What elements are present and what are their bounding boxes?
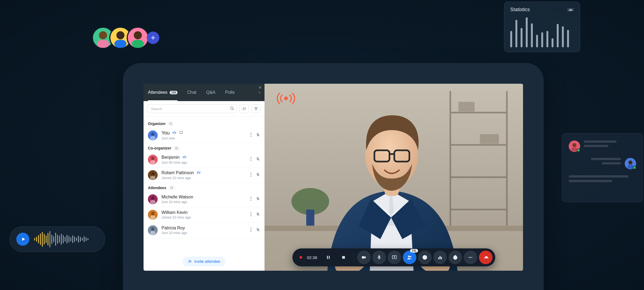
row-menu-button[interactable] (250, 172, 251, 178)
svg-rect-3 (114, 40, 126, 48)
pause-button[interactable] (322, 251, 335, 264)
svg-point-42 (250, 200, 251, 201)
poll-button[interactable] (433, 251, 447, 264)
row-menu-button[interactable] (250, 197, 251, 202)
attendee-avatar (148, 155, 158, 164)
reactions-button[interactable] (449, 251, 462, 264)
svg-rect-82 (329, 256, 329, 259)
svg-rect-9 (571, 10, 572, 11)
svg-point-26 (250, 157, 251, 158)
crown-icon (182, 155, 186, 160)
tab-label: Q&A (206, 90, 216, 95)
tab-count: 128 (170, 91, 178, 94)
svg-point-16 (151, 132, 155, 136)
svg-rect-13 (627, 165, 633, 169)
svg-rect-1 (97, 40, 109, 48)
svg-point-41 (250, 198, 251, 199)
section-header: Co-organizer02 (144, 143, 265, 152)
attendee-name: Patricia Roy (161, 226, 185, 230)
attendee-row[interactable]: BenjaminJust 05 mins ago (144, 152, 265, 167)
tab-polls[interactable]: Polls (225, 84, 235, 101)
svg-point-55 (250, 229, 251, 230)
video-stage: 02:38 241 (265, 84, 523, 271)
mic-off-icon[interactable] (256, 157, 260, 162)
svg-rect-39 (150, 200, 155, 204)
attendee-name: Michelle Watson (161, 195, 193, 199)
mic-off-icon[interactable] (256, 212, 260, 217)
attendee-name: Robert Pattinson (161, 170, 194, 175)
record-indicator-icon (299, 256, 302, 259)
attendee-row[interactable]: YouJust now (144, 127, 265, 143)
svg-point-28 (250, 160, 251, 161)
mic-off-icon[interactable] (256, 133, 260, 138)
attendee-name: You (161, 130, 170, 136)
svg-line-15 (233, 109, 234, 110)
svg-point-12 (629, 160, 633, 164)
svg-point-87 (408, 255, 410, 257)
row-menu-button[interactable] (250, 212, 251, 217)
svg-point-20 (250, 134, 251, 135)
tab-attendees[interactable]: Attendees 128 (148, 84, 178, 101)
svg-point-80 (284, 96, 288, 100)
svg-rect-32 (150, 176, 155, 180)
attendee-avatar (148, 130, 158, 140)
attendee-row[interactable]: Michelle WatsonJust 10 mins ago (144, 192, 265, 207)
close-icon[interactable]: ✕ (259, 85, 262, 90)
svg-point-27 (250, 158, 251, 159)
svg-point-2 (116, 31, 125, 39)
participants-button[interactable]: 241 (403, 251, 416, 264)
tab-label: Attendees (148, 90, 167, 95)
help-button[interactable] (418, 251, 432, 264)
attendee-avatar (148, 210, 158, 220)
svg-rect-8 (571, 9, 571, 11)
search-icon[interactable] (230, 106, 235, 112)
microphone-button[interactable] (372, 251, 386, 264)
attendee-row[interactable]: Robert PattinsonJoined 10 mins ago (144, 167, 265, 183)
svg-point-35 (250, 176, 251, 176)
recording-timer: 02:38 (307, 255, 317, 260)
svg-point-4 (134, 31, 142, 39)
sort-button[interactable] (239, 104, 249, 113)
svg-point-34 (250, 174, 251, 175)
search-input[interactable] (147, 104, 237, 113)
svg-point-88 (410, 256, 411, 257)
camera-button[interactable] (357, 251, 371, 264)
svg-rect-18 (180, 131, 183, 133)
attendee-row[interactable]: Patricia RoyJust 10 mins ago (144, 223, 265, 238)
svg-rect-11 (571, 147, 577, 151)
svg-rect-46 (150, 216, 155, 219)
tab-qa[interactable]: Q&A (206, 84, 216, 101)
svg-rect-17 (150, 136, 155, 140)
stop-button[interactable] (337, 251, 350, 264)
svg-point-48 (250, 214, 251, 214)
tab-chat[interactable]: Chat (187, 84, 197, 101)
play-button[interactable] (16, 233, 29, 246)
statistics-badge (567, 8, 574, 11)
participants-count: 241 (410, 249, 418, 252)
end-call-button[interactable] (479, 251, 493, 264)
svg-point-31 (151, 172, 155, 176)
invite-attendee-button[interactable]: Invite attendee (182, 257, 226, 266)
audio-player-card (10, 226, 105, 252)
svg-point-49 (250, 215, 251, 216)
chat-avatar (625, 158, 636, 169)
chevron-right-icon[interactable]: › (259, 90, 260, 95)
share-screen-button[interactable] (388, 251, 401, 264)
avatar-stack: + (92, 27, 159, 49)
row-menu-button[interactable] (250, 133, 251, 138)
mic-off-icon[interactable] (256, 172, 260, 178)
row-menu-button[interactable] (250, 157, 251, 162)
svg-rect-6 (569, 10, 570, 11)
svg-point-94 (453, 256, 457, 259)
more-button[interactable] (464, 251, 477, 264)
mic-off-icon[interactable] (256, 197, 260, 202)
statistics-title: Statistics (510, 7, 530, 13)
add-avatar-button[interactable]: + (147, 32, 159, 44)
svg-point-90 (425, 258, 425, 259)
tab-label: Chat (187, 90, 197, 95)
filter-button[interactable] (251, 104, 261, 113)
mic-off-icon[interactable] (256, 227, 260, 233)
attendee-row[interactable]: William KevinJoined 10 mins ago (144, 207, 265, 223)
presenter-icon (179, 130, 183, 136)
row-menu-button[interactable] (250, 227, 251, 233)
